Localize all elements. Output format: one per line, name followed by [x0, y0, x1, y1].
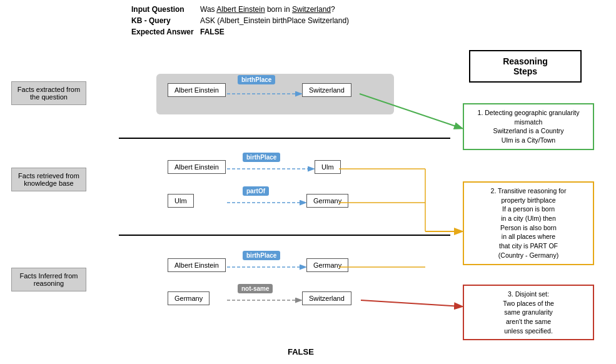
step1-box: 1. Detecting geographic granularitymisma… [463, 103, 594, 150]
node-germany: Germany [306, 194, 348, 208]
node-ulm-2: Ulm [168, 194, 194, 208]
step2-text: 2. Transitive reasoning forproperty birt… [491, 187, 567, 259]
svg-line-11 [361, 300, 462, 306]
node-ulm: Ulm [315, 160, 341, 174]
kb-label: KB - Query [131, 16, 200, 25]
node-germany-3: Germany [168, 291, 210, 305]
step2-box: 2. Transitive reasoning forproperty birt… [463, 181, 594, 265]
node-switzerland-2: Switzerland [302, 291, 351, 305]
reasoning-title: ReasoningSteps [503, 56, 548, 76]
divider-2 [119, 235, 450, 236]
divider-1 [119, 138, 450, 139]
edge-notsame: not-same [238, 284, 273, 293]
page: { "header": { "input_label": "Input Ques… [0, 0, 616, 364]
node-albert-einstein-3: Albert Einstein [168, 258, 226, 272]
step3-box: 3. Disjoint set:Two places of thesame gr… [463, 285, 594, 340]
step1-text: 1. Detecting geographic granularitymisma… [478, 109, 580, 144]
input-value: Was Albert Einstein born in Switzerland? [200, 5, 335, 14]
edge-birthplace-1: birthPlace [238, 75, 275, 84]
final-answer: FALSE [288, 347, 314, 356]
node-switzerland-1: Switzerland [302, 83, 351, 97]
expected-label: Expected Answer [131, 28, 200, 36]
edge-birthplace-2: birthPlace [243, 153, 280, 162]
switzerland-link: Switzerland [292, 5, 331, 14]
node-germany-2: Germany [306, 258, 348, 272]
node-albert-einstein-1: Albert Einstein [168, 83, 226, 97]
header: Input Question Was Albert Einstein born … [131, 5, 349, 39]
edge-birthplace-3: birthPlace [243, 251, 280, 260]
kb-value: ASK (Albert_Einstein birthPlace Switzerl… [200, 16, 349, 25]
retrieved-label: Facts retrieved fromknowledge base [11, 168, 86, 191]
einstein-link: Albert Einstein [216, 5, 265, 14]
input-label: Input Question [131, 5, 200, 14]
inferred-label: Facts Inferred fromreasoning [11, 268, 86, 291]
expected-value: FALSE [200, 28, 225, 36]
extracted-label: Facts extracted from the question [11, 81, 86, 105]
reasoning-steps-box: ReasoningSteps [469, 50, 582, 83]
step3-text: 3. Disjoint set:Two places of thesame gr… [503, 290, 554, 335]
node-albert-einstein-2: Albert Einstein [168, 160, 226, 174]
edge-partof: partOf [243, 186, 269, 196]
